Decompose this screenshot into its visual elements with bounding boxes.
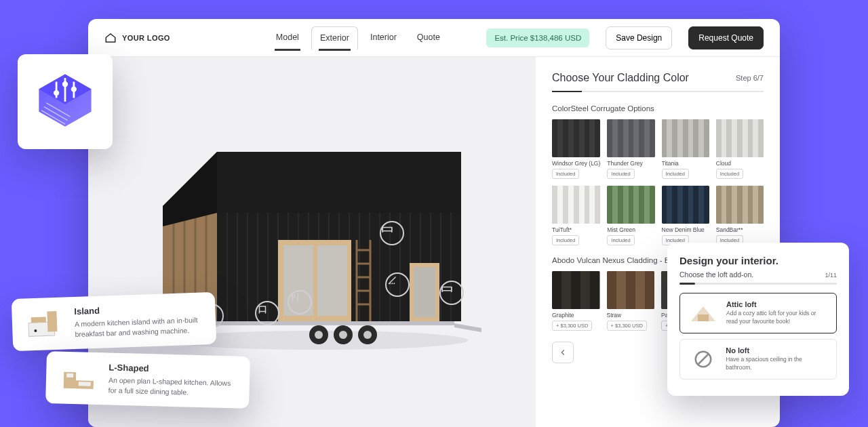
prev-step-button[interactable]: [552, 342, 574, 363]
swatch-price: Included: [552, 169, 579, 179]
attic-desc: Add a cozy attic loft for your kids or r…: [726, 310, 828, 326]
swatch-name: TuiTuft*: [552, 226, 600, 233]
group-title-corrugate: ColorSteel Corrugate Options: [552, 104, 764, 113]
svg-rect-52: [260, 306, 266, 312]
svg-rect-73: [66, 373, 73, 378]
noloft-desc: Have a spacious ceiling in the bathroom.: [726, 356, 828, 372]
swatch-name: Mist Green: [607, 226, 654, 233]
configurator-logo-icon: [34, 70, 96, 133]
swatch-price: Included: [552, 235, 579, 245]
svg-rect-56: [442, 287, 452, 291]
swatch-option[interactable]: CloudIncluded: [716, 119, 764, 179]
island-thumb-icon: [24, 307, 66, 341]
swatch-name: Cloud: [716, 160, 764, 167]
brand-text: YOUR LOGO: [122, 34, 170, 42]
svg-point-6: [363, 331, 372, 339]
panel-title: Choose Your Cladding Color: [552, 72, 689, 84]
save-design-button[interactable]: Save Design: [606, 26, 672, 49]
swatch-price: + $3,300 USD: [552, 321, 592, 331]
option-card-island[interactable]: Island A modern kitchen island with an i…: [12, 292, 217, 352]
hotspot-shower[interactable]: [385, 272, 410, 297]
swatch-option[interactable]: Straw+ $3,300 USD: [607, 271, 655, 331]
swatch-option[interactable]: Thunder GreyIncluded: [607, 119, 654, 179]
lshaped-desc: An open plan L-shaped kitchen. Allows fo…: [108, 375, 237, 399]
interior-popup: Design your interior. Choose the loft ad…: [667, 243, 849, 396]
no-loft-icon: [688, 347, 717, 371]
swatch-option[interactable]: TitaniaIncluded: [662, 119, 709, 179]
swatch-price: Included: [662, 169, 689, 179]
swatch-option[interactable]: SandBar**Included: [716, 186, 764, 245]
swatch-name: Straw: [607, 312, 655, 319]
attic-title: Attic loft: [726, 300, 828, 308]
brand-tile: [18, 54, 113, 149]
attic-loft-icon: [688, 301, 718, 325]
swatch-name: New Denim Blue: [662, 226, 709, 233]
svg-rect-69: [47, 311, 57, 331]
step-counter: Step 6/7: [736, 74, 764, 82]
svg-point-62: [54, 91, 58, 95]
tab-interior[interactable]: Interior: [362, 26, 405, 49]
swatch-name: SandBar**: [716, 226, 764, 233]
swatch-grid-corrugate: Windsor Grey (LG)IncludedThunder GreyInc…: [552, 119, 764, 245]
lshaped-title: L-Shaped: [108, 362, 237, 375]
interior-title: Design your interior.: [679, 255, 837, 266]
swatch-option[interactable]: Mist GreenIncluded: [607, 186, 654, 245]
svg-rect-76: [698, 314, 709, 321]
option-attic-loft[interactable]: Attic loft Add a cozy attic loft for you…: [679, 293, 837, 333]
svg-point-64: [72, 87, 76, 92]
svg-line-78: [698, 354, 708, 364]
nav-tabs: Model Exterior Interior Quote: [268, 26, 448, 49]
hotspot-loft-bed[interactable]: [380, 221, 404, 245]
noloft-title: No loft: [726, 346, 828, 354]
swatch-name: Graphite: [552, 312, 600, 319]
swatch-price: Included: [716, 169, 743, 179]
option-card-lshaped[interactable]: L-Shaped An open plan L-shaped kitchen. …: [45, 351, 250, 409]
svg-rect-41: [317, 245, 347, 316]
swatch-price: + $3,300 USD: [607, 321, 647, 331]
tab-exterior[interactable]: Exterior: [311, 26, 358, 49]
request-quote-button[interactable]: Request Quote: [688, 26, 764, 49]
option-no-loft[interactable]: No loft Have a spacious ceiling in the b…: [679, 339, 837, 380]
svg-rect-55: [382, 228, 392, 231]
interior-progress: [679, 283, 837, 285]
swatch-price: Included: [607, 169, 634, 179]
swatch-price: Included: [607, 235, 634, 245]
lshaped-thumb-icon: [58, 361, 99, 395]
svg-rect-74: [79, 382, 91, 386]
hotspot-chair[interactable]: [255, 301, 279, 325]
svg-rect-50: [414, 267, 435, 317]
svg-point-2: [315, 331, 323, 339]
island-title: Island: [74, 302, 203, 317]
house-icon: [104, 32, 117, 44]
svg-rect-70: [31, 317, 46, 323]
topbar: YOUR LOGO Model Exterior Interior Quote …: [88, 19, 780, 57]
chevron-left-icon: [558, 348, 568, 357]
tab-model[interactable]: Model: [268, 26, 307, 49]
swatch-option[interactable]: TuiTuft*Included: [552, 186, 600, 245]
price-badge: Est. Price $138,486 USD: [486, 28, 589, 47]
swatch-option[interactable]: New Denim BlueIncluded: [662, 186, 709, 245]
swatch-name: Windsor Grey (LG): [552, 160, 600, 167]
hotspot-dining[interactable]: [288, 290, 312, 314]
swatch-name: Titania: [662, 160, 709, 167]
brand-logo: YOUR LOGO: [104, 32, 170, 44]
hotspot-bedroom[interactable]: [439, 281, 464, 305]
swatch-name: Thunder Grey: [607, 160, 654, 167]
swatch-option[interactable]: Graphite+ $3,300 USD: [552, 271, 600, 331]
svg-marker-13: [217, 152, 461, 213]
step-progress: [552, 91, 764, 92]
tab-quote[interactable]: Quote: [409, 26, 448, 49]
swatch-option[interactable]: Windsor Grey (LG)Included: [552, 119, 600, 179]
svg-point-63: [63, 82, 67, 86]
island-desc: A modern kitchen island with an in-built…: [75, 314, 204, 340]
svg-point-4: [339, 331, 347, 339]
